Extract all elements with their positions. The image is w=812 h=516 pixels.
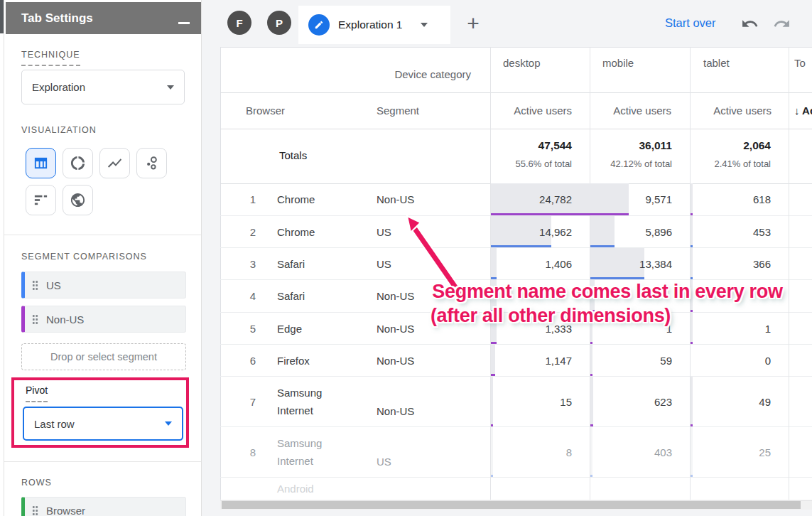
technique-label: TECHNIQUE bbox=[21, 50, 80, 66]
rows-chip-label: Browser bbox=[46, 505, 85, 516]
value-bar bbox=[491, 345, 495, 376]
pivot-select[interactable]: Last row bbox=[23, 407, 183, 441]
segment-cell: Non-US bbox=[377, 377, 483, 426]
value-cell: 403 bbox=[590, 427, 690, 477]
active-exploration-tab[interactable]: Exploration 1 bbox=[298, 6, 450, 44]
column-header-mobile[interactable]: mobile bbox=[602, 57, 634, 69]
rows-chip-browser[interactable]: Browser bbox=[21, 497, 186, 516]
drop-segment-placeholder: Drop or select segment bbox=[50, 351, 157, 362]
segment-cell: Non-US bbox=[377, 345, 483, 376]
value-cell bbox=[690, 280, 789, 312]
value-cell: 5,896 bbox=[590, 216, 690, 247]
add-tab-button[interactable]: + bbox=[459, 11, 487, 36]
value-cell bbox=[789, 216, 812, 247]
app-window: Tab Settings TECHNIQUE Exploration VISUA… bbox=[0, 0, 812, 516]
device-category-header: Device category bbox=[291, 68, 471, 80]
value-bar bbox=[491, 248, 497, 279]
value-bar bbox=[691, 183, 693, 215]
row-number: 5 bbox=[220, 313, 256, 344]
drag-handle-icon[interactable] bbox=[32, 505, 38, 515]
viz-geo-button[interactable] bbox=[63, 185, 93, 215]
undo-button[interactable] bbox=[741, 15, 759, 36]
drag-handle-icon[interactable] bbox=[32, 314, 38, 324]
drop-segment-zone[interactable]: Drop or select segment bbox=[21, 343, 186, 370]
value-bar bbox=[590, 427, 592, 477]
redo-icon bbox=[773, 15, 791, 33]
value-cell: 59 bbox=[590, 345, 690, 376]
table-border bbox=[220, 47, 812, 48]
value-cell bbox=[789, 345, 812, 376]
metric-header-mobile[interactable]: Active users bbox=[590, 104, 689, 117]
value-bar bbox=[691, 248, 693, 279]
column-header-totals[interactable]: To bbox=[794, 57, 811, 69]
value-bar bbox=[590, 216, 615, 247]
browser-cell: Chrome bbox=[277, 183, 362, 215]
totals-row: Totals 47,54455.6% of total 36,01142.12%… bbox=[220, 129, 812, 183]
viz-bar-button[interactable] bbox=[26, 185, 56, 215]
row-number: 3 bbox=[220, 248, 256, 279]
row-number: 1 bbox=[220, 183, 256, 215]
drag-handle-icon[interactable] bbox=[32, 280, 38, 290]
value-cell: 25 bbox=[690, 427, 789, 477]
metric-header-sorted[interactable]: ↓ Ac bbox=[794, 104, 812, 117]
tab-avatar-f[interactable]: F bbox=[227, 11, 251, 35]
table-row: 7 Samsung Internet Non-US 15 623 49 bbox=[220, 377, 812, 427]
chevron-down-icon bbox=[167, 85, 174, 90]
value-cell: 1,406 bbox=[490, 248, 590, 279]
value-cell: 1,333 bbox=[490, 313, 590, 344]
table-icon bbox=[33, 155, 49, 171]
totals-label: Totals bbox=[279, 149, 307, 161]
value-cell bbox=[789, 248, 812, 279]
segment-cell: Non-US bbox=[377, 313, 483, 344]
value-cell: 623 bbox=[590, 377, 690, 426]
browser-cell: Firefox bbox=[277, 345, 362, 376]
tab-settings-panel: Tab Settings TECHNIQUE Exploration VISUA… bbox=[4, 0, 202, 516]
value-bar bbox=[590, 280, 595, 312]
browser-header[interactable]: Browser bbox=[246, 104, 285, 117]
segment-chip-us[interactable]: US bbox=[21, 272, 186, 299]
geo-map-icon bbox=[70, 192, 86, 208]
start-over-link[interactable]: Start over bbox=[665, 16, 716, 30]
viz-donut-button[interactable] bbox=[63, 148, 93, 178]
redo-button[interactable] bbox=[773, 15, 791, 36]
value-bar bbox=[491, 280, 497, 312]
viz-scatter-button[interactable] bbox=[136, 148, 167, 178]
segment-cell: US bbox=[377, 427, 483, 477]
value-bar bbox=[590, 248, 644, 279]
browser-cell: Safari bbox=[277, 248, 362, 279]
segment-chip-label: US bbox=[46, 279, 61, 291]
pivot-value: Last row bbox=[34, 418, 75, 430]
chevron-down-icon[interactable] bbox=[421, 23, 428, 27]
segment-chip-label: Non-US bbox=[46, 313, 84, 326]
metric-header-desktop[interactable]: Active users bbox=[490, 104, 590, 117]
rows-label: ROWS bbox=[21, 478, 52, 488]
table-row: 6 Firefox Non-US 1,147 59 0 bbox=[220, 345, 812, 377]
value-cell: 366 bbox=[690, 248, 789, 279]
table-row: 4 Safari Non-US bbox=[220, 280, 812, 313]
panel-title: Tab Settings bbox=[21, 11, 93, 26]
segment-chip-non-us[interactable]: Non-US bbox=[21, 306, 186, 333]
tab-avatar-p[interactable]: P bbox=[267, 11, 291, 35]
minimize-icon[interactable] bbox=[178, 22, 190, 24]
viz-table-button[interactable] bbox=[26, 148, 56, 178]
scatter-chart-icon bbox=[144, 155, 160, 171]
column-divider bbox=[789, 47, 789, 500]
tab-settings-header: Tab Settings bbox=[6, 2, 201, 34]
table-row: 1 Chrome Non-US 24,782 9,571 618 bbox=[220, 183, 812, 216]
horizontal-scrollbar-thumb[interactable] bbox=[222, 501, 801, 509]
donut-chart-icon bbox=[70, 155, 86, 171]
value-cell: 1,147 bbox=[490, 345, 590, 376]
value-cell: 618 bbox=[690, 183, 789, 215]
tab-title: Exploration 1 bbox=[338, 18, 402, 31]
technique-select[interactable]: Exploration bbox=[21, 70, 185, 104]
column-header-tablet[interactable]: tablet bbox=[703, 57, 730, 69]
segment-header[interactable]: Segment bbox=[377, 104, 419, 117]
metric-header-tablet[interactable]: Active users bbox=[690, 104, 789, 117]
viz-line-button[interactable] bbox=[99, 148, 130, 178]
row-number: 2 bbox=[220, 216, 256, 247]
value-bar bbox=[590, 377, 593, 426]
totals-desktop: 47,54455.6% of total bbox=[490, 139, 590, 169]
column-header-desktop[interactable]: desktop bbox=[503, 57, 541, 69]
value-bar bbox=[590, 183, 629, 215]
value-cell bbox=[789, 183, 812, 215]
